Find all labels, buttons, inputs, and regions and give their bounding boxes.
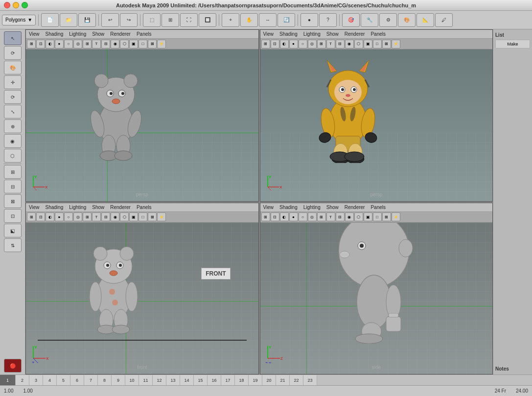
tb-btn-5[interactable]: ↪ <box>120 13 138 27</box>
vp-bl-tb-btn14[interactable]: ⊠ <box>148 212 157 221</box>
vp-br-tb-btn4[interactable]: ● <box>289 212 298 221</box>
vp-tr-tb-btn3[interactable]: ◐ <box>280 40 289 48</box>
tb-btn-2[interactable]: 📁 <box>60 13 77 27</box>
vp-br-tb-btn3[interactable]: ◐ <box>280 212 289 221</box>
vp-bl-content[interactable]: FRONT <box>26 223 258 374</box>
close-button[interactable] <box>4 2 10 8</box>
timeline-frame-6[interactable]: 6 <box>70 375 84 385</box>
vp-tl-content[interactable]: Y X Z persp <box>26 49 258 201</box>
sidebar-arrows[interactable]: ⇅ <box>4 238 22 252</box>
timeline-frame-2[interactable]: 2 <box>16 375 29 385</box>
vp-bl-menu-shading[interactable]: Shading <box>46 205 64 210</box>
rivet-tool[interactable]: ⬡ <box>4 149 22 163</box>
vp-br-tb-btn11[interactable]: ⬡ <box>354 212 363 221</box>
tb-btn-1[interactable]: 📄 <box>41 13 59 27</box>
vp-tr-tb-btn14[interactable]: ⊠ <box>382 40 391 48</box>
tb-btn-3[interactable]: 💾 <box>78 13 96 27</box>
vp-tr-tb-btn2[interactable]: ⊡ <box>271 40 279 48</box>
vp-br-tb-btn5[interactable]: ○ <box>299 212 307 221</box>
timeline-frame-18[interactable]: 18 <box>235 375 249 385</box>
timeline-frame-9[interactable]: 9 <box>112 375 125 385</box>
vp-tb-btn10[interactable]: ◉ <box>111 40 119 48</box>
vp-tr-tb-btn4[interactable]: ● <box>289 40 298 48</box>
minimize-button[interactable] <box>13 2 19 8</box>
vp-bl-tb-btn11[interactable]: ⬡ <box>120 212 129 221</box>
vp-tl-menu-shading[interactable]: Shading <box>46 31 64 37</box>
vp-tl-menu-show[interactable]: Show <box>92 31 104 37</box>
viewport-top-right[interactable]: View Shading Lighting Show Renderer Pane… <box>260 29 493 202</box>
timeline-frame-21[interactable]: 21 <box>276 375 290 385</box>
tb-btn-18[interactable]: ⚙ <box>379 13 397 27</box>
tb-btn-13[interactable]: 🔄 <box>278 13 295 27</box>
timeline-frame-4[interactable]: 4 <box>43 375 57 385</box>
tb-btn-14[interactable]: ● <box>301 13 318 27</box>
vp-bl-tb-btn9[interactable]: ⊟ <box>101 212 110 221</box>
timeline-frame-5[interactable]: 5 <box>57 375 70 385</box>
vp-bl-tb-btn12[interactable]: ▣ <box>129 212 138 221</box>
vp-tr-tb-btn11[interactable]: ⬡ <box>354 40 363 48</box>
timeline-frame-23[interactable]: 23 <box>303 375 317 385</box>
timeline-frame-16[interactable]: 16 <box>208 375 221 385</box>
vp-tb-btn8[interactable]: T <box>92 40 101 48</box>
tb-btn-21[interactable]: 🖊 <box>435 13 453 27</box>
vp-tl-menu-lighting[interactable]: Lighting <box>69 31 86 37</box>
snap-grid[interactable]: ⊟ <box>4 180 22 193</box>
timeline-frame-15[interactable]: 15 <box>194 375 208 385</box>
transform-tool[interactable]: ⊕ <box>4 119 22 133</box>
vp-tr-tb-btn13[interactable]: □ <box>373 40 382 48</box>
vp-tl-menu-view[interactable]: View <box>29 31 40 37</box>
vp-tb-btn13[interactable]: □ <box>139 40 147 48</box>
vp-br-tb-btn13[interactable]: □ <box>373 212 382 221</box>
snap-point[interactable]: ⊡ <box>4 209 22 223</box>
vp-bl-tb-btn15[interactable]: ⚡ <box>157 212 166 221</box>
vp-tr-menu-show[interactable]: Show <box>326 31 339 37</box>
soft-mod[interactable]: ⬕ <box>4 224 22 237</box>
vp-tr-tb-btn6[interactable]: ◎ <box>308 40 317 48</box>
timeline-frame-14[interactable]: 14 <box>180 375 194 385</box>
vp-br-menu-renderer[interactable]: Renderer <box>345 205 365 210</box>
show-manip[interactable]: ⊞ <box>4 165 22 179</box>
tb-btn-6[interactable]: ⬚ <box>143 13 161 27</box>
vp-bl-tb-btn8[interactable]: T <box>92 212 101 221</box>
vp-bl-menu-renderer[interactable]: Renderer <box>110 205 131 210</box>
vp-tb-btn4[interactable]: ● <box>55 40 64 48</box>
timeline-frame-1[interactable]: 1 <box>0 375 16 385</box>
vp-bl-tb-btn2[interactable]: ⊡ <box>36 212 45 221</box>
vp-tr-tb-btn15[interactable]: ⚡ <box>392 40 400 48</box>
tb-btn-4[interactable]: ↩ <box>101 13 119 27</box>
vp-bl-menu-lighting[interactable]: Lighting <box>69 205 86 210</box>
viewport-bottom-left[interactable]: View Shading Lighting Show Renderer Pane… <box>25 203 259 375</box>
vp-tb-btn9[interactable]: ⊟ <box>101 40 110 48</box>
vp-br-menu-view[interactable]: View <box>263 205 274 210</box>
vp-bl-tb-btn6[interactable]: ◎ <box>73 212 82 221</box>
vp-tb-btn3[interactable]: ◐ <box>46 40 54 48</box>
tb-btn-20[interactable]: 📐 <box>416 13 434 27</box>
vp-bl-tb-btn5[interactable]: ○ <box>64 212 73 221</box>
vp-bl-tb-btn13[interactable]: □ <box>139 212 147 221</box>
vp-tr-tb-btn7[interactable]: ⊞ <box>317 40 326 48</box>
vp-tr-content[interactable]: Y X Z persp <box>260 49 493 201</box>
vp-tr-tb-btn10[interactable]: ◉ <box>345 40 354 48</box>
vp-br-tb-btn8[interactable]: T <box>326 212 335 221</box>
tb-btn-16[interactable]: 🎯 <box>342 13 360 27</box>
paint-tool[interactable]: 🎨 <box>4 61 22 74</box>
vp-tl-menu-panels[interactable]: Panels <box>137 31 152 37</box>
tb-btn-12[interactable]: ↔ <box>259 13 277 27</box>
viewport-top-left[interactable]: View Shading Lighting Show Renderer Pane… <box>25 29 259 202</box>
vp-bl-menu-show[interactable]: Show <box>92 205 104 210</box>
vp-tr-tb-btn12[interactable]: ▣ <box>364 40 372 48</box>
timeline-frame-12[interactable]: 12 <box>153 375 166 385</box>
tb-btn-8[interactable]: ⛶ <box>180 13 198 27</box>
vp-br-tb-btn12[interactable]: ▣ <box>364 212 372 221</box>
vp-tb-btn5[interactable]: ○ <box>64 40 73 48</box>
tb-btn-15[interactable]: ? <box>319 13 337 27</box>
vp-tb-btn6[interactable]: ◎ <box>73 40 82 48</box>
vp-bl-tb-btn10[interactable]: ◉ <box>111 212 119 221</box>
vp-bl-tb-btn7[interactable]: ⊞ <box>83 212 92 221</box>
vp-br-menu-panels[interactable]: Panels <box>370 205 386 210</box>
move-tool[interactable]: ✛ <box>4 75 22 89</box>
vp-tr-tb-btn1[interactable]: ⊞ <box>261 40 270 48</box>
tb-btn-9[interactable]: 🔲 <box>199 13 216 27</box>
timeline-frame-8[interactable]: 8 <box>98 375 112 385</box>
vp-br-tb-btn6[interactable]: ◎ <box>308 212 317 221</box>
